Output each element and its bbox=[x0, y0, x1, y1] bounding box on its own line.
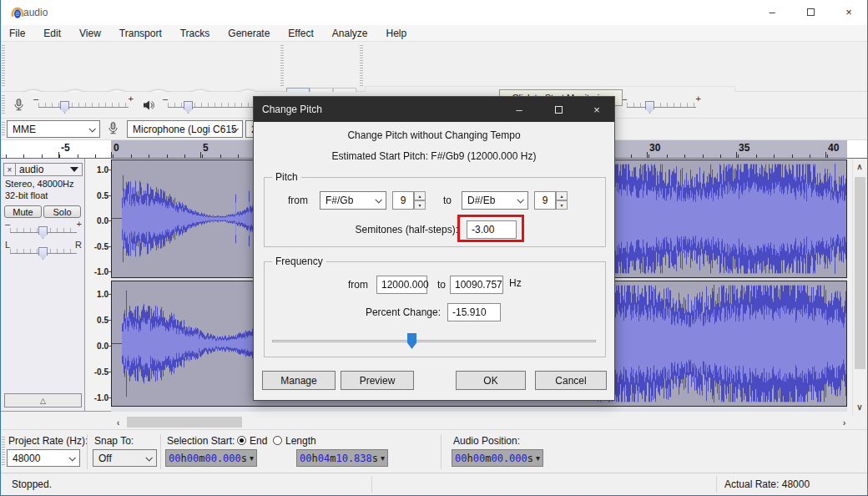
recording-volume-thumb[interactable] bbox=[60, 101, 69, 114]
pitch-group: Pitch bbox=[264, 177, 606, 247]
ruler-major-tick bbox=[647, 152, 648, 158]
scroll-down-icon[interactable]: ∨ bbox=[853, 402, 866, 412]
percent-change-field[interactable]: -15.910 bbox=[447, 303, 501, 321]
frequency-from-field[interactable]: 12000.000 bbox=[376, 276, 427, 294]
track-pan-slider[interactable]: L R bbox=[5, 241, 82, 261]
radio-length[interactable] bbox=[273, 436, 282, 445]
solo-button[interactable]: Solo bbox=[43, 205, 81, 218]
vertical-ruler-label: 0.5 bbox=[85, 191, 108, 200]
mute-button[interactable]: Mute bbox=[4, 205, 42, 218]
pitch-to-octave-spinner[interactable]: ▴▾ bbox=[556, 191, 568, 210]
dropdown-icon[interactable]: ▾ bbox=[250, 453, 254, 463]
ruler-major-tick bbox=[200, 152, 201, 158]
scroll-up-icon[interactable]: ∧ bbox=[853, 162, 866, 171]
ruler-tick bbox=[774, 154, 775, 158]
menu-analyze[interactable]: Analyze bbox=[323, 28, 377, 39]
pitch-from-octave-spinner[interactable]: ▴▾ bbox=[414, 191, 426, 210]
pitch-to-note-combo[interactable]: D#/Eb bbox=[462, 191, 528, 210]
cancel-button[interactable]: Cancel bbox=[535, 371, 607, 390]
microphone-icon bbox=[12, 98, 25, 114]
ok-button[interactable]: OK bbox=[456, 371, 526, 390]
frequency-to-label: to bbox=[433, 279, 450, 291]
radio-end[interactable] bbox=[237, 436, 246, 445]
status-bar: Stopped. Actual Rate: 48000 bbox=[0, 473, 868, 495]
frequency-to-value: 10090.757 bbox=[455, 279, 502, 291]
meter-toolbar-grip[interactable] bbox=[360, 45, 363, 88]
status-message: Stopped. bbox=[12, 478, 52, 490]
track-name[interactable]: audio bbox=[16, 164, 70, 175]
menu-effect[interactable]: Effect bbox=[279, 28, 322, 39]
pitch-to-note-value: D#/Eb bbox=[467, 195, 495, 206]
track-close-button[interactable]: × bbox=[4, 164, 16, 175]
pitch-to-octave-value: 9 bbox=[542, 195, 548, 206]
audio-host-combo[interactable]: MME bbox=[7, 120, 100, 138]
pitch-from-note-value: F#/Gb bbox=[326, 195, 353, 206]
dropdown-icon[interactable]: ▾ bbox=[536, 453, 540, 463]
recording-volume-slider[interactable]: –+ bbox=[33, 95, 134, 115]
ruler-major-tick bbox=[58, 152, 59, 158]
pitch-from-note-combo[interactable]: F#/Gb bbox=[320, 191, 386, 210]
spin-down-icon[interactable]: ▾ bbox=[414, 200, 426, 210]
spin-down-icon[interactable]: ▾ bbox=[556, 200, 568, 210]
playback-volume-slider[interactable]: –+ bbox=[163, 95, 261, 115]
ruler-tick bbox=[95, 154, 96, 158]
playback-volume-thumb[interactable] bbox=[184, 101, 193, 114]
scroll-left-icon[interactable]: ‹ bbox=[111, 415, 125, 429]
device-toolbar-grip[interactable] bbox=[2, 122, 5, 136]
window-maximize-button[interactable] bbox=[791, 0, 830, 24]
recording-device-combo[interactable]: Microphone (Logi C615 bbox=[127, 120, 243, 138]
dialog-maximize-button[interactable] bbox=[548, 97, 569, 122]
track-collapse-button[interactable]: △ bbox=[4, 393, 82, 407]
mixer-toolbar-grip[interactable] bbox=[2, 95, 5, 114]
track-menu-icon[interactable] bbox=[70, 167, 78, 172]
track-gain-slider[interactable]: – + bbox=[5, 220, 82, 240]
dialog-minimize-button[interactable]: – bbox=[508, 97, 530, 122]
percent-change-value: -15.910 bbox=[452, 306, 487, 318]
selection-end-time[interactable]: 00 h 04 m 10.838 s▾ bbox=[296, 449, 388, 467]
spin-up-icon[interactable]: ▴ bbox=[556, 191, 568, 200]
pitch-from-octave-field[interactable]: 9 bbox=[392, 191, 414, 210]
vertical-ruler[interactable]: 1.00.50.0-0.5-1.0 1.00.50.0-0.5-1.0 bbox=[85, 159, 111, 412]
ruler-tick bbox=[23, 154, 24, 158]
window-titlebar: audio – × bbox=[0, 0, 868, 25]
pitch-to-octave-field[interactable]: 9 bbox=[534, 191, 556, 210]
horizontal-scroll-thumb[interactable] bbox=[127, 417, 242, 428]
menu-file[interactable]: File bbox=[0, 28, 34, 39]
window-close-button[interactable]: × bbox=[830, 0, 868, 24]
play-at-speed-thumb[interactable] bbox=[645, 101, 654, 114]
preview-button[interactable]: Preview bbox=[341, 371, 414, 390]
track-pan-thumb[interactable] bbox=[38, 247, 48, 260]
play-at-speed-slider[interactable]: –+ bbox=[622, 95, 701, 115]
dropdown-icon[interactable]: ▾ bbox=[381, 453, 385, 463]
menu-edit[interactable]: Edit bbox=[34, 28, 70, 39]
menu-tracks[interactable]: Tracks bbox=[171, 28, 220, 39]
frequency-to-field[interactable]: 10090.757 bbox=[450, 276, 503, 294]
project-rate-combo[interactable]: 48000 bbox=[7, 449, 80, 467]
tools-toolbar-grip[interactable] bbox=[280, 45, 284, 88]
dialog-close-button[interactable]: × bbox=[586, 97, 608, 122]
manage-button[interactable]: Manage bbox=[262, 371, 336, 390]
track-gain-thumb[interactable] bbox=[38, 226, 48, 239]
audio-position-time[interactable]: 00 h 00 m 00.000 s▾ bbox=[452, 449, 543, 467]
menu-help[interactable]: Help bbox=[377, 28, 416, 39]
selection-start-time[interactable]: 00 h 00 m 00.000 s▾ bbox=[165, 449, 257, 467]
transport-toolbar-grip[interactable] bbox=[2, 45, 5, 88]
highlight-annotation bbox=[457, 215, 524, 242]
menu-transport[interactable]: Transport bbox=[110, 28, 171, 39]
horizontal-scrollbar[interactable]: ‹ › bbox=[0, 415, 868, 429]
vertical-ruler-label: 1.0 bbox=[85, 165, 108, 175]
vertical-scroll-thumb[interactable] bbox=[855, 177, 865, 369]
ruler-tick bbox=[792, 154, 793, 158]
window-minimize-button[interactable]: – bbox=[753, 0, 791, 24]
scroll-right-icon[interactable]: › bbox=[837, 415, 851, 429]
maximize-icon bbox=[555, 106, 563, 114]
selection-toolbar-grip[interactable] bbox=[2, 437, 5, 466]
change-pitch-dialog: Change Pitch – × Change Pitch without Ch… bbox=[253, 96, 615, 401]
percent-slider-track[interactable] bbox=[272, 340, 596, 342]
menu-generate[interactable]: Generate bbox=[219, 28, 279, 39]
vertical-scrollbar[interactable]: ∧ ∨ bbox=[852, 159, 866, 415]
snap-to-combo[interactable]: Off bbox=[93, 449, 157, 467]
menu-view[interactable]: View bbox=[70, 28, 110, 39]
separator bbox=[160, 434, 161, 469]
spin-up-icon[interactable]: ▴ bbox=[414, 191, 426, 200]
